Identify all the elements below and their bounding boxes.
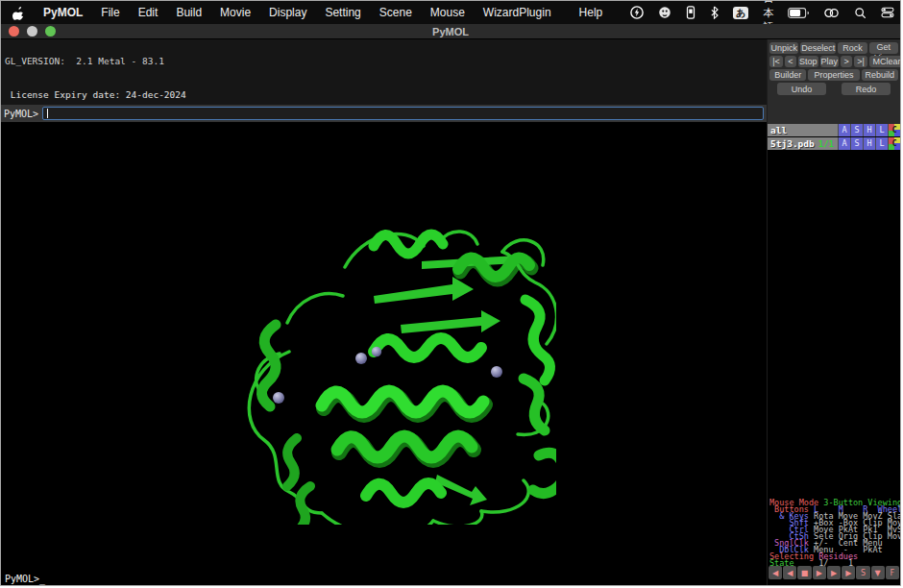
step-forward-button[interactable]: > xyxy=(841,56,852,67)
menu-edit[interactable]: Edit xyxy=(138,6,159,19)
color-menu-button[interactable]: C xyxy=(888,124,900,136)
macos-menu-bar: PyMOL File Edit Build Movie Display Sett… xyxy=(1,1,900,24)
get-view-button[interactable]: Get View xyxy=(869,42,898,54)
undo-button[interactable]: Undo xyxy=(777,83,826,95)
movie-down-button[interactable]: ▼ xyxy=(871,566,885,579)
properties-button[interactable]: Properties xyxy=(808,69,859,81)
menu-plugin[interactable]: Plugin xyxy=(519,6,550,19)
menu-file[interactable]: File xyxy=(101,6,119,19)
spotlight-icon[interactable] xyxy=(854,7,866,19)
movie-s-button[interactable]: S xyxy=(856,566,869,579)
monitor-icon[interactable] xyxy=(686,6,696,19)
bluetooth-icon[interactable] xyxy=(710,6,719,19)
object-name: all xyxy=(770,125,787,135)
movie-end-button[interactable]: ▶ xyxy=(842,566,855,579)
action-menu-button[interactable]: A xyxy=(838,124,850,136)
menu-build[interactable]: Build xyxy=(176,6,202,19)
movie-stop-button[interactable]: ■ xyxy=(797,566,811,579)
object-panel: all A S H L C 5tj3.pdb 1/1 A S H xyxy=(768,124,900,586)
link-icon[interactable] xyxy=(823,8,840,18)
seek-start-button[interactable]: |< xyxy=(769,56,783,67)
console-line-clipped: GL_VERSION: 2.1 Metal - 83.1 xyxy=(5,56,767,67)
play-button[interactable]: Play xyxy=(820,56,840,67)
prompt-label: PyMOL> xyxy=(4,109,38,119)
viewport-prompt: PyMOL>_ xyxy=(5,574,45,584)
protein-cartoon xyxy=(230,208,556,525)
color-menu-button[interactable]: C xyxy=(888,137,900,150)
unpick-button[interactable]: Unpick xyxy=(769,42,798,54)
deselect-button[interactable]: Deselect xyxy=(800,42,836,54)
viewport-3d[interactable]: PyMOL>_ xyxy=(1,122,767,586)
builder-button[interactable]: Builder xyxy=(769,69,806,81)
object-row-all[interactable]: all A S H L C xyxy=(768,124,900,136)
menu-help[interactable]: Help xyxy=(579,6,603,19)
control-panel: Unpick Deselect Rock Get View |< < Stop … xyxy=(768,39,900,124)
show-menu-button[interactable]: S xyxy=(850,137,863,150)
menu-display[interactable]: Display xyxy=(269,6,306,19)
step-back-button[interactable]: < xyxy=(785,56,796,67)
menu-movie[interactable]: Movie xyxy=(220,6,251,19)
stop-button[interactable]: Stop xyxy=(798,56,818,67)
text-caret xyxy=(47,109,48,118)
menu-setting[interactable]: Setting xyxy=(325,6,360,19)
movie-forward-button[interactable]: ▶ xyxy=(827,566,841,579)
app-badge-icon[interactable] xyxy=(658,6,671,19)
console-line-license: License Expiry date: 24-dec-2024 xyxy=(5,89,767,101)
control-center-icon[interactable] xyxy=(881,7,894,18)
seek-end-button[interactable]: >| xyxy=(854,56,867,67)
object-state-badge: 1/1 xyxy=(818,139,834,149)
command-input[interactable] xyxy=(42,107,764,120)
console-output: GL_VERSION: 2.1 Metal - 83.1 License Exp… xyxy=(1,39,767,105)
movie-back-button[interactable]: ◀ xyxy=(783,566,796,579)
object-name: 5tj3.pdb xyxy=(770,138,815,149)
show-menu-button[interactable]: S xyxy=(850,124,863,136)
rock-button[interactable]: Rock xyxy=(838,42,866,54)
movie-play-button[interactable]: ▶ xyxy=(813,566,826,579)
redo-button[interactable]: Redo xyxy=(842,83,891,95)
action-menu-button[interactable]: A xyxy=(838,137,850,150)
battery-icon[interactable] xyxy=(788,8,809,18)
label-menu-button[interactable]: L xyxy=(875,124,888,136)
window-title: PyMOL xyxy=(1,26,900,37)
movie-controls: ◀ ◀ ■ ▶ ▶ ▶ S ▼ F xyxy=(769,566,899,579)
hide-menu-button[interactable]: H xyxy=(863,137,875,150)
object-row-5tj3[interactable]: 5tj3.pdb 1/1 A S H L C xyxy=(768,137,900,150)
mclear-button[interactable]: MClear xyxy=(869,56,901,67)
desktop-screenshot: PyMOL File Edit Build Movie Display Sett… xyxy=(0,0,901,586)
movie-rewind-button[interactable]: ◀ xyxy=(769,566,782,579)
label-menu-button[interactable]: L xyxy=(875,137,888,150)
movie-f-button[interactable]: F xyxy=(886,566,899,579)
hide-menu-button[interactable]: H xyxy=(863,124,875,136)
command-input-row: PyMOL> xyxy=(1,105,767,122)
flash-icon[interactable] xyxy=(630,6,644,19)
menu-wizard[interactable]: Wizard xyxy=(483,6,519,19)
rebuild-button[interactable]: Rebuild xyxy=(862,69,898,81)
menu-app-pymol[interactable]: PyMOL xyxy=(43,6,83,19)
ime-input-badge[interactable]: あ xyxy=(733,7,748,19)
mouse-mode-panel[interactable]: Mouse Mode 3-Button Viewing Buttons L M … xyxy=(769,500,900,567)
menu-scene[interactable]: Scene xyxy=(379,6,412,19)
window-title-bar: PyMOL xyxy=(1,24,900,39)
apple-logo-icon[interactable] xyxy=(12,6,25,20)
menu-mouse[interactable]: Mouse xyxy=(430,6,465,19)
